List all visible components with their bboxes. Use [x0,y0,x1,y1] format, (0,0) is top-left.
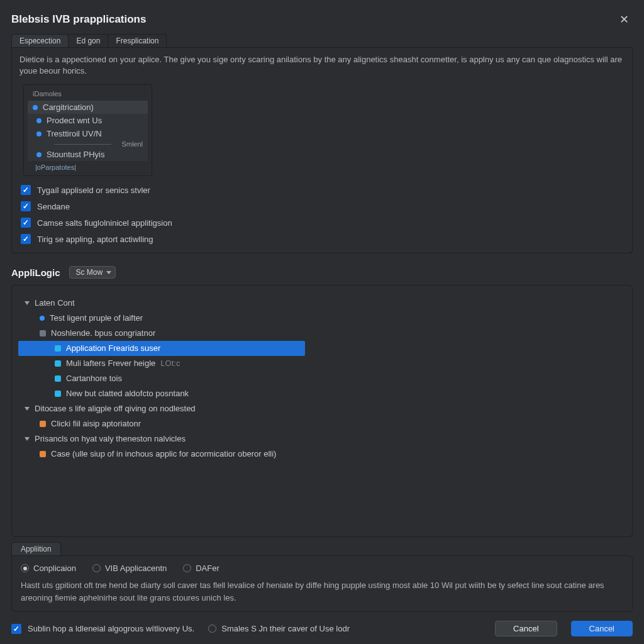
rule-bullet-icon [55,391,61,397]
tree-row-label: Prisancls on hyat valy theneston nalvicl… [35,433,186,445]
help-text: Hastt uts gpitiont oft tne hend be diart… [21,579,623,604]
footer-check-label: Sublin hop a ldleneial algogrous wítliov… [28,624,194,633]
check-label: Camse salts fiuglolninicel applitigsion [37,218,172,228]
cancel-button[interactable]: Cancel [495,621,557,636]
tree-row[interactable]: Prisancls on hyat valy theneston nalvicl… [18,431,632,447]
disclosure-triangle-icon[interactable] [25,301,30,305]
rule-bullet-icon [55,375,61,382]
footer-radio-label: Smales S Jn their caver of Use lodr [221,624,350,633]
dropdown-value: Sc Mow [76,268,103,277]
radio-group: Conplicaion VIB Applicacentn DAFer [21,564,623,573]
disclosure-triangle-icon[interactable] [25,437,30,441]
tree-row[interactable]: New but clatted aldofcto posntank [18,386,632,401]
footer-radio[interactable]: Smales S Jn their caver of Use lodr [208,624,350,633]
section-title: AppliLogic [11,267,60,278]
dialog-title: Blebsis IVB prapplications [11,13,146,26]
dot-icon [36,131,42,136]
listbox-header-label: Cargitrication) [43,103,94,112]
application-panel: Conplicaion VIB Applicacentn DAFer Hastt… [11,555,633,612]
tree-row-label: Test ligent pruple of laifter [50,313,143,324]
radio-option[interactable]: VIB Applicacentn [92,564,167,573]
tree-panel: Laten ContTest ligent pruple of laifterN… [11,285,633,537]
tree-row-label: Ditocase s life aligple off qiving on no… [35,403,196,414]
ok-button[interactable]: Cancel [571,621,633,636]
damoles-group: iDamoles Cargitrication) Prodect wnt Us … [23,84,152,176]
dot-icon [36,152,42,157]
listbox-item[interactable]: Prodect wnt Us [28,114,148,127]
intro-text: Dietice is a appectioned on your aplice.… [19,54,625,77]
rule-tree[interactable]: Laten ContTest ligent pruple of laifterN… [12,292,632,462]
tree-row[interactable]: Noshlende. bpus congriatnor [18,326,632,341]
tree-row[interactable]: Application Frearids suser [18,341,305,356]
listbox-item-label: Tresttiroil UV/N [47,129,102,138]
tree-row-label: Noshlende. bpus congriatnor [51,328,155,339]
radio-icon[interactable] [92,564,101,572]
dialog-footer: Sublin hop a ldleneial algogrous wítliov… [11,621,633,636]
radio-icon[interactable] [208,625,216,633]
damoles-listbox[interactable]: Cargitrication) Prodect wnt Us Tresttiro… [28,101,148,161]
tree-row-label: New but clatted aldofcto posntank [66,388,189,399]
radio-label: Conplicaion [33,564,76,573]
check-row[interactable]: Sendane [21,201,625,211]
tree-row[interactable]: Case (ulle siup of in inchous applic for… [18,447,632,462]
tree-row-trail: LOt:c [160,358,180,369]
tree-row[interactable]: Cartanhore tois [18,371,632,386]
radio-icon[interactable] [183,564,191,572]
top-panel: Dietice is a appectioned on your aplice.… [11,48,633,253]
radio-icon[interactable] [21,564,29,572]
tree-row-label: Application Frearids suser [66,343,160,354]
check-label: Tirig se appling, aptort actiwlling [37,235,153,244]
tree-row[interactable]: Ditocase s life aligple off qiving on no… [18,401,632,416]
tab-fresplication[interactable]: Fresplication [108,34,167,47]
sep-label: Smlenl [121,140,143,148]
tree-row-label: Clicki fiil aisip aptoriatonr [51,418,141,430]
applilogic-header: AppliLogic Sc Mow [11,266,633,279]
listbox-item-label: Stountust PHyis [47,150,105,159]
dialog-window: Blebsis IVB prapplications ✕ Especection… [0,0,644,644]
checkbox-icon[interactable] [21,218,31,228]
checkbox-list: Tygaíl appliseld or senics stvler Sendan… [21,185,625,244]
radio-label: VIB Applicacentn [105,564,167,573]
checkbox-icon[interactable] [21,185,31,195]
top-tabs: Especection Ed gon Fresplication [11,34,633,48]
check-row[interactable]: Tygaíl appliseld or senics stvler [21,185,625,195]
check-row[interactable]: Camse salts fiuglolninicel applitigsion [21,218,625,228]
footer-check[interactable]: Sublin hop a ldleneial algogrous wítliov… [11,624,194,634]
tree-row-label: Case (ulle siup of in inchous applic for… [51,448,276,460]
group-label: iDamoles [30,90,64,97]
check-label: Tygaíl appliseld or senics stvler [37,186,150,195]
tree-row[interactable]: Clicki fiil aisip aptoriatonr [18,416,632,431]
rule-bullet-icon [40,330,46,336]
tab-edgon[interactable]: Ed gon [68,34,108,47]
radio-option[interactable]: Conplicaion [21,564,76,573]
tree-row-label: Cartanhore tois [66,373,122,384]
listbox-item[interactable]: Tresttiroil UV/N [28,127,148,140]
scope-dropdown[interactable]: Sc Mow [69,266,116,279]
checkbox-icon[interactable] [11,624,21,634]
listbox-item-label: Prodect wnt Us [47,116,102,125]
checkbox-icon[interactable] [21,234,31,244]
dot-icon [36,118,42,123]
dot-icon [40,316,45,321]
close-icon[interactable]: ✕ [616,11,633,28]
listbox-header[interactable]: Cargitrication) [28,101,148,114]
check-label: Sendane [37,202,70,211]
rule-bullet-icon [40,451,46,457]
radio-label: DAFer [196,564,219,573]
tree-row[interactable]: Muli lafters Frever heigle LOt:c [18,356,632,371]
tree-row[interactable]: Test ligent pruple of laifter [18,311,632,326]
tree-row-label: Muli lafters Frever heigle [66,358,155,369]
radio-option[interactable]: DAFer [183,564,219,573]
tab-especection[interactable]: Especection [11,34,69,47]
tab-application[interactable]: Appliition [11,542,61,555]
check-row[interactable]: Tirig se appling, aptort actiwlling [21,234,625,244]
listbox-separator [54,144,111,145]
rule-bullet-icon [55,345,61,352]
checkbox-icon[interactable] [21,201,31,211]
move-select-link[interactable]: |oParpatotes| [35,164,76,171]
disclosure-triangle-icon[interactable] [25,407,30,411]
listbox-item[interactable]: Stountust PHyis [28,148,148,161]
rule-bullet-icon [40,421,46,427]
tree-row[interactable]: Laten Cont [18,296,632,311]
rule-bullet-icon [55,360,61,367]
